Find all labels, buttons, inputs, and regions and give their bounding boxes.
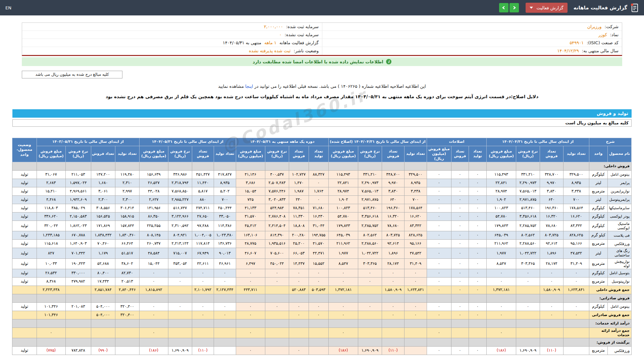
value-cell — [451, 294, 469, 303]
value-cell: ۳۳۱,۲۱۰ — [516, 170, 540, 179]
value-cell: ۳,۴۳۸ — [564, 187, 589, 195]
value-cell: ۱۰۱,۳۴۶ — [37, 303, 65, 311]
total-row: جمع فروش صادراتی۰۰۰۰۰۰۰۰۰۰۰۰۰۰۰۳۲۰,۴۰۰۵۰… — [12, 311, 631, 319]
value-cell: ۲۲,۸۴۱ — [328, 179, 358, 187]
group-header: شرح — [589, 138, 632, 146]
value-cell: ۰ — [192, 311, 214, 319]
value-cell: ۳,۳۵۶,۶۱۸ — [358, 212, 382, 221]
value-cell: ۱۵۷,۸۴۴ — [115, 221, 139, 231]
value-cell: ۱,۸۹۶ — [382, 248, 404, 258]
value-cell: ۳۳۰,۰۰۰ — [65, 269, 91, 278]
value-cell — [37, 162, 65, 170]
report-period-row: گزارش فعالیت ماهانه ۱ ماهه منتهی به ۱۴۰۴… — [22, 39, 322, 47]
value-cell: ۷۰۰ — [564, 195, 589, 204]
value-cell: ۷۲۵ — [236, 195, 265, 204]
previous-version-link[interactable]: اینجا — [245, 84, 253, 89]
value-cell: ۲,۳۰۰ — [91, 195, 115, 204]
chevron-down-icon — [530, 7, 533, 9]
company-name-link[interactable]: ورزیران — [587, 24, 602, 29]
value-cell: ۱,۲۳۳,۱۸۵ — [37, 231, 65, 240]
nav-back-button[interactable] — [499, 3, 508, 12]
value-cell: ۱,۶۲۳,۸۴۱ — [564, 286, 589, 294]
value-cell — [427, 294, 451, 303]
column-header: تعداد فروش — [289, 146, 309, 162]
value-cell: ۲,۲۸۵,۷۵۲ — [358, 221, 382, 231]
value-cell: ۰ — [168, 269, 192, 278]
value-cell: ۸۳,۳۴۲ — [564, 221, 589, 231]
value-cell: ۱۵,۰۴۴ — [139, 258, 168, 269]
value-cell: ۹,۹۷۰ — [540, 179, 564, 187]
value-cell: ۱,۷۶۴ — [309, 187, 328, 195]
value-cell: ۷,۵۷۶,۲۴۶ — [265, 187, 289, 195]
value-cell: ۶۴۵,۰۳۹ — [328, 231, 358, 240]
language-toggle[interactable]: EN — [5, 5, 11, 10]
value-cell — [115, 162, 139, 170]
value-cell: ۱۴۱,۹۵۶ — [139, 204, 168, 212]
value-cell: ۰ — [236, 278, 265, 286]
value-cell: ۱,۶۹۰,۹۰۹ — [516, 347, 540, 355]
value-cell: ۰ — [427, 258, 451, 269]
status-cell — [12, 286, 37, 294]
section-row: برگشت از فروش: — [12, 338, 631, 347]
section-label: فروش داخلی: — [589, 162, 632, 170]
product-row: پرایمرپیتوسللیتر۷۰۰۶۴۰۲,۹۷۱,۸۷۵۱,۹۰۲۰۰۰۷… — [12, 195, 631, 204]
value-cell: ۲,۹۸۵,۲۲۷ — [168, 195, 192, 204]
value-cell: ۰ — [469, 179, 486, 187]
value-cell — [289, 294, 309, 303]
value-cell: ۰ — [214, 278, 236, 286]
value-cell: ۴۱,۱۴۶ — [236, 170, 265, 179]
value-cell: ۱۹۶,۳۶۰ — [382, 204, 404, 212]
value-cell: ۲,۹۷۱,۸۷۵ — [516, 195, 540, 204]
value-cell: ۶۴۵,۰۳۹ — [486, 231, 516, 240]
value-cell: ۰ — [469, 278, 486, 286]
isic-label: کد صنعت (ISIC): — [587, 40, 619, 45]
value-cell: ۲۷,۶۵۰ — [192, 212, 214, 221]
total-row: جمع درآمد ارائه خدمات۰۰۰۰۰۰ — [12, 328, 631, 338]
value-cell: ۰ — [486, 328, 516, 338]
value-cell: ۵۲۰,۸۸۳ — [289, 286, 309, 294]
value-cell: ۱۷۱,۸۶۹ — [91, 221, 115, 231]
value-cell: ۱,۱۷۹ — [91, 248, 115, 258]
value-cell: ۰ — [451, 311, 469, 319]
nav-forward-button[interactable] — [509, 3, 519, 12]
product-row: پودر اپوکسیکیلوگرم۱۶,۶۲۰۱۶,۳۲۰۳,۳۵۶,۶۱۸۵… — [12, 212, 631, 221]
value-cell: ۱۰,۰۳۳ — [37, 258, 65, 269]
report-type-dropdown[interactable]: گزارش فعالیت — [526, 3, 567, 13]
value-cell — [486, 162, 516, 170]
value-cell — [265, 162, 289, 170]
column-header: تعداد تولید — [469, 146, 486, 162]
value-cell — [309, 319, 328, 328]
value-cell: ۷۸,۳۵۱ — [289, 204, 309, 212]
value-cell: ۰ — [451, 195, 469, 204]
value-cell: ۲,۷۸۶,۴۰۸ — [265, 212, 289, 221]
value-cell: ۰ — [451, 204, 469, 212]
value-cell: ۰ — [469, 347, 486, 355]
column-header: نرخ فروش (ریال) — [358, 146, 382, 162]
value-cell: ۶,۴۹۷ — [236, 258, 265, 269]
value-cell: ۱,۵۸۰,۹۰۹ — [382, 286, 404, 294]
unit-cell: مترمربع — [589, 187, 608, 195]
value-cell — [168, 328, 192, 338]
product-name-cell: ورزفلکس — [608, 240, 632, 248]
unit-cell: مترمربع — [589, 347, 608, 355]
symbol-link[interactable]: کوزر — [598, 32, 607, 37]
value-cell — [214, 347, 236, 355]
value-cell: ۱۴۷,۲۰۰ — [91, 170, 115, 179]
value-cell: ۰ — [214, 269, 236, 278]
fiscal-year-label: سال مالی منتهی به: — [582, 48, 619, 53]
value-cell — [516, 162, 540, 170]
column-header: تعداد فروش — [91, 146, 115, 162]
value-cell: ۱,۶۹۰,۹۰۹ — [168, 347, 192, 355]
value-cell: ۳,۶۸۶ — [236, 179, 265, 187]
product-row: ماستیک اپوکسیکیلوگرم۸۳,۳۴۲۷۸,۶۸۰۲,۲۸۵,۷۵… — [12, 221, 631, 231]
value-cell: ۰ — [564, 269, 589, 278]
value-cell: ۰ — [309, 269, 328, 278]
value-cell: ۰ — [358, 269, 382, 278]
value-cell: ۰ — [192, 303, 214, 311]
value-cell: ۰ — [451, 212, 469, 221]
value-cell: ۰ — [451, 240, 469, 248]
value-cell: ۰ — [469, 286, 486, 294]
product-name-cell: ماستیک اپوکسی — [608, 221, 632, 231]
value-cell — [564, 338, 589, 347]
value-cell: ۱۹۰,۴۲۳ — [65, 258, 91, 269]
